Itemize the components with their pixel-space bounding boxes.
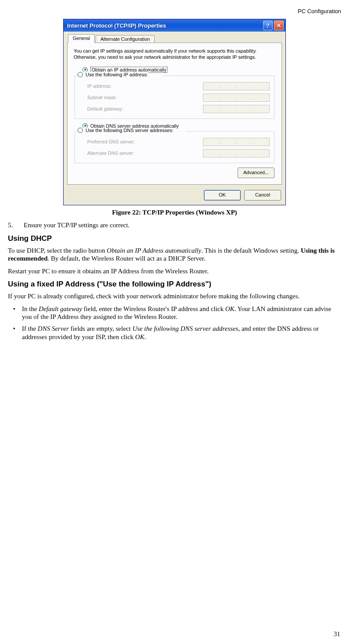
radio-use-following-dns[interactable]: Use the following DNS server addresses: [78,128,174,133]
radio-icon-unchecked [78,72,83,77]
text-italic: OK [135,333,144,340]
text: To use DHCP, select the radio button [8,247,107,254]
subnet-mask-input[interactable]: ... [203,93,270,102]
text-italic: Use the following DNS server addresses [132,325,239,332]
dialog-titlebar: Internet Protocol (TCP/IP) Properties ? … [64,19,285,32]
text: . This is the default Windows setting. [201,247,301,254]
text: . By default, the Wireless Router will a… [48,255,206,262]
bullet-list: In the Default gateway field, enter the … [8,305,341,341]
field-label: IP address: [87,83,111,89]
default-gateway-input[interactable]: ... [203,105,270,113]
heading-using-dhcp: Using DHCP [8,234,341,243]
radio-use-following-ip[interactable]: Use the following IP address: [78,72,149,77]
advanced-button[interactable]: Advanced... [238,168,274,178]
tab-general[interactable]: General [68,34,95,43]
text: field, enter the Wireless Router's IP ad… [82,305,225,312]
text: In the [22,305,39,312]
preferred-dns-input[interactable]: ... [203,138,270,146]
step-text: Ensure your TCP/IP settings are correct. [24,222,130,229]
tab-panel-general: You can get IP settings assigned automat… [67,43,282,185]
page-number: 31 [334,630,340,638]
text: . [144,333,146,340]
alternate-dns-input[interactable]: ... [203,149,270,157]
text-italic: Obtain an IP Address automatically [107,247,202,254]
radio-label: Use the following IP address: [85,72,148,77]
step-number: 5. [8,222,16,229]
radio-icon-unchecked [78,128,83,133]
field-subnet-mask: Subnet mask: ... [87,93,270,102]
page-header-section: PC Configuration [8,8,341,14]
field-label: Subnet mask: [87,95,117,100]
ok-button[interactable]: OK [204,190,241,200]
dialog-title: Internet Protocol (TCP/IP) Properties [67,22,166,29]
tcp-ip-properties-dialog: Internet Protocol (TCP/IP) Properties ? … [63,19,286,205]
list-item: If the DNS Server fields are empty, sele… [22,325,341,341]
text-italic: Default gateway [39,305,82,312]
paragraph-dhcp-1: To use DHCP, select the radio button Obt… [8,247,341,263]
text: fields are empty, select [69,325,132,332]
field-label: Preferred DNS server: [87,139,135,144]
cancel-button[interactable]: Cancel [244,190,281,200]
close-button[interactable]: ✕ [274,21,284,30]
step-5: 5. Ensure your TCP/IP settings are corre… [8,222,341,229]
dialog-description: You can get IP settings assigned automat… [74,48,275,61]
field-default-gateway: Default gateway: ... [87,105,270,113]
field-preferred-dns: Preferred DNS server: ... [87,138,270,146]
field-ip-address: IP address: ... [87,82,270,90]
tab-alternate-configuration[interactable]: Alternate Configuration [96,35,155,43]
field-alternate-dns: Alternate DNS server: ... [87,149,270,157]
help-button[interactable]: ? [263,21,273,30]
list-item: In the Default gateway field, enter the … [22,305,341,322]
figure-caption: Figure 22: TCP/IP Properties (Windows XP… [8,209,341,216]
paragraph-dhcp-2: Restart your PC to ensure it obtains an … [8,267,341,275]
radio-label: Use the following DNS server addresses: [85,128,174,133]
paragraph-fixed-intro: If your PC is already configured, check … [8,292,341,301]
field-label: Alternate DNS server: [87,150,134,156]
heading-using-fixed-ip: Using a fixed IP Address ("Use the follo… [8,280,341,289]
field-label: Default gateway: [87,106,123,111]
text-italic: DNS Server [38,325,69,332]
text: If the [22,325,38,332]
text-italic: OK [225,305,235,312]
ip-address-input[interactable]: ... [203,82,270,90]
